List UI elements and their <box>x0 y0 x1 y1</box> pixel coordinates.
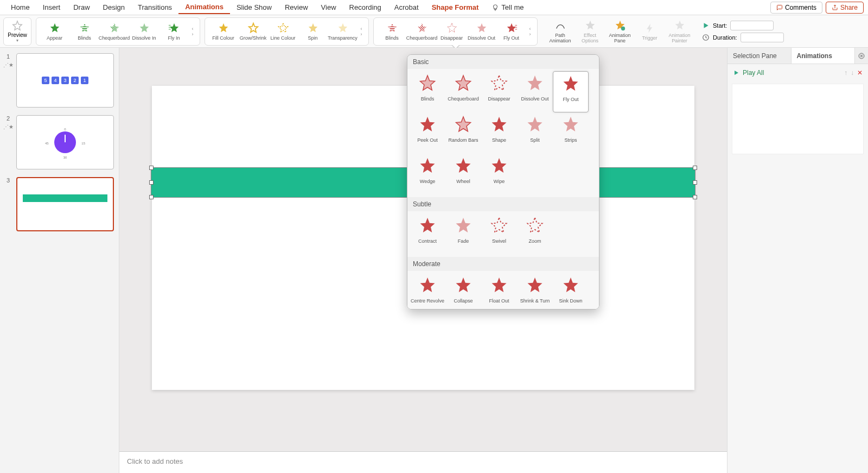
path-animation[interactable]: Path Animation <box>545 20 575 43</box>
effect-chequerboard-in[interactable]: Chequerboard <box>99 22 129 41</box>
effect-chequerboard-out[interactable]: Chequerboard <box>407 22 437 41</box>
svg-point-24 <box>621 26 624 30</box>
svg-marker-3 <box>80 23 89 32</box>
effect-transparency[interactable]: Transparency <box>328 22 358 41</box>
effect-line-colour[interactable]: Line Colour <box>268 22 298 41</box>
move-up-button[interactable]: ↑ <box>844 69 847 77</box>
play-all-button[interactable]: Play All <box>743 69 764 77</box>
tab-transitions[interactable]: Transitions <box>131 1 178 14</box>
gallery-item-disappear[interactable]: Disappear <box>481 71 517 112</box>
gallery-item-split[interactable]: Split <box>517 112 553 154</box>
delete-animation-button[interactable]: ✕ <box>857 69 863 77</box>
gallery-item-wipe[interactable]: Wipe <box>481 154 517 195</box>
exit-more[interactable]: ‹› <box>526 26 534 37</box>
duration-input[interactable] <box>741 33 784 42</box>
tab-view[interactable]: View <box>315 1 343 14</box>
share-button[interactable]: Share <box>826 2 864 14</box>
svg-marker-19 <box>447 23 456 32</box>
animations-pane-tab[interactable]: Animations <box>792 48 856 64</box>
effect-blinds-in[interactable]: Blinds <box>69 22 99 41</box>
svg-marker-21 <box>507 23 516 32</box>
play-icon <box>733 70 739 76</box>
gallery-item-swivel[interactable]: Swivel <box>481 213 517 255</box>
animation-pane[interactable]: Animation Pane <box>605 20 635 43</box>
slide-thumb-2[interactable]: 0 15 30 45 <box>16 115 114 169</box>
effect-appear[interactable]: Appear <box>40 22 69 41</box>
tab-recording[interactable]: Recording <box>343 1 388 14</box>
tab-insert[interactable]: Insert <box>36 1 67 14</box>
animation-painter[interactable]: Animation Painter <box>665 20 694 43</box>
tab-home[interactable]: Home <box>4 1 36 14</box>
resize-handle[interactable] <box>149 195 154 199</box>
effect-spin[interactable]: Spin <box>298 22 328 41</box>
gallery-item-sink-down[interactable]: Sink Down <box>553 273 589 310</box>
start-input[interactable] <box>730 21 774 30</box>
tab-acrobat[interactable]: Acrobat <box>388 1 425 14</box>
tab-design[interactable]: Design <box>97 1 131 14</box>
resize-handle[interactable] <box>693 195 697 199</box>
svg-marker-10 <box>248 23 258 32</box>
gallery-item-collapse[interactable]: Collapse <box>445 273 481 310</box>
gallery-item-strips[interactable]: Strips <box>553 112 589 154</box>
star-icon <box>417 156 438 176</box>
tab-slideshow[interactable]: Slide Show <box>230 1 278 14</box>
effect-disappear[interactable]: Disappear <box>437 22 467 41</box>
resize-handle[interactable] <box>149 180 154 185</box>
entrance-more[interactable]: ‹› <box>189 26 196 37</box>
play-icon <box>702 22 710 29</box>
gallery-item-centre-revolve[interactable]: Centre Revolve <box>410 273 445 310</box>
slide-thumb-1[interactable]: 5 4 3 2 1 <box>16 53 114 108</box>
gallery-item-peek-out[interactable]: Peek Out <box>410 112 445 154</box>
svg-marker-36 <box>492 75 507 90</box>
effect-fill-colour[interactable]: Fill Colour <box>208 22 238 41</box>
svg-marker-8 <box>169 23 178 32</box>
tab-draw[interactable]: Draw <box>67 1 96 14</box>
comment-icon <box>776 4 783 11</box>
gallery-item-wedge[interactable]: Wedge <box>410 154 445 195</box>
gallery-item-chequerboard[interactable]: Chequerboard <box>445 71 481 112</box>
gallery-item-fly-out[interactable]: Fly Out <box>553 71 589 112</box>
effect-grow-shrink[interactable]: Grow/Shrink <box>238 22 268 41</box>
gallery-item-float-out[interactable]: Float Out <box>481 273 517 310</box>
emphasis-more[interactable]: ‹› <box>358 26 365 37</box>
effect-options[interactable]: Effect Options <box>575 20 605 43</box>
tab-review[interactable]: Review <box>278 1 315 14</box>
gallery-item-shape[interactable]: Shape <box>481 112 517 154</box>
svg-marker-49 <box>420 218 435 232</box>
gallery-item-shrink-turn[interactable]: Shrink & Turn <box>517 273 553 310</box>
effect-dissolve-out[interactable]: Dissolve Out <box>467 22 496 41</box>
gallery-item-random-bars[interactable]: Random Bars <box>445 112 481 154</box>
svg-marker-11 <box>278 23 288 32</box>
effect-fly-out[interactable]: Fly Out <box>496 22 526 41</box>
effect-fly-in[interactable]: Fly In <box>159 22 189 41</box>
tab-animations[interactable]: Animations <box>178 1 230 14</box>
gallery-item-zoom[interactable]: Zoom <box>517 213 553 255</box>
effect-blinds-out[interactable]: Blinds <box>377 22 407 41</box>
trigger[interactable]: Trigger <box>635 22 665 41</box>
gallery-item-dissolve-out[interactable]: Dissolve Out <box>517 71 553 112</box>
star-icon <box>417 275 438 296</box>
resize-handle[interactable] <box>693 180 697 185</box>
move-down-button[interactable]: ↓ <box>851 69 854 77</box>
comments-button[interactable]: Comments <box>770 2 822 14</box>
selection-pane-tab[interactable]: Selection Pane <box>727 48 792 64</box>
preview-icon <box>11 20 23 32</box>
effect-dissolve-in[interactable]: Dissolve In <box>129 22 159 41</box>
slide-thumb-3[interactable] <box>16 177 114 231</box>
tab-shape-format[interactable]: Shape Format <box>425 1 486 14</box>
notes-pane[interactable]: Click to add notes <box>119 451 727 473</box>
gallery-item-wheel[interactable]: Wheel <box>445 154 481 195</box>
animation-tools-group: Path Animation Effect Options Animation … <box>542 17 698 46</box>
preview-button[interactable]: Preview ▾ <box>3 17 31 46</box>
gallery-item-blinds[interactable]: Blinds <box>410 71 445 112</box>
svg-marker-54 <box>456 278 471 292</box>
resize-handle[interactable] <box>693 166 697 170</box>
svg-marker-39 <box>420 117 435 131</box>
svg-marker-1 <box>50 23 59 32</box>
star-icon <box>453 216 474 236</box>
resize-handle[interactable] <box>149 166 154 170</box>
gallery-item-fade[interactable]: Fade <box>445 213 481 255</box>
tell-me[interactable]: Tell me <box>485 1 530 14</box>
gallery-item-contract[interactable]: Contract <box>410 213 445 255</box>
pane-close-button[interactable] <box>855 48 868 64</box>
